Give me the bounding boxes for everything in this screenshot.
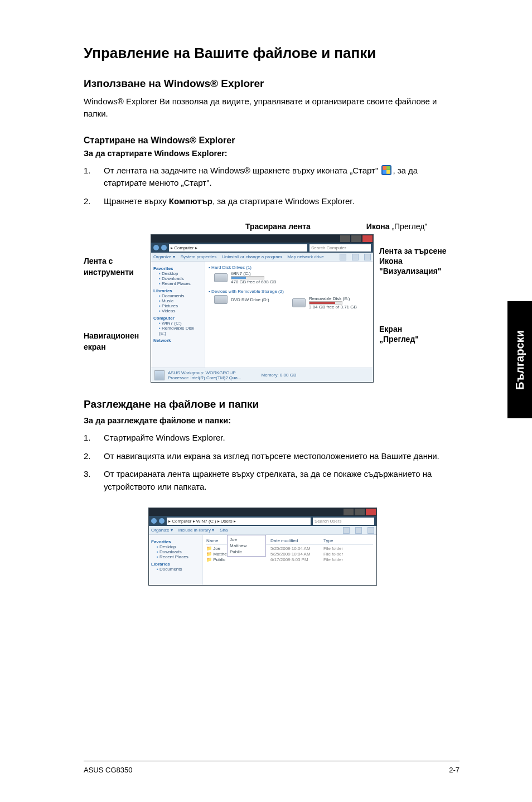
list-number: 3. xyxy=(84,468,104,493)
label-toolbar-a: Лента с xyxy=(84,257,151,265)
toolbar-organize[interactable]: Organize ▾ xyxy=(153,254,175,259)
footer-product: ASUS CG8350 xyxy=(84,766,132,774)
toolbar-mapdrive[interactable]: Map network drive xyxy=(287,254,323,259)
window-titlebar xyxy=(151,235,373,243)
close-button[interactable] xyxy=(366,509,376,515)
label-preview-icon: Икона „Преглед" xyxy=(366,222,427,231)
close-button[interactable] xyxy=(362,235,373,242)
usb-icon xyxy=(292,298,306,307)
label-view-icon-a: Икона xyxy=(379,257,452,265)
toolbar-organize[interactable]: Organize ▾ xyxy=(151,528,173,533)
nav-desktop[interactable]: Desktop xyxy=(157,544,200,549)
toolbar-include[interactable]: Include in library ▾ xyxy=(178,528,214,533)
explorer-toolbar: Organize ▾ System properties Uninstall o… xyxy=(151,253,373,262)
list-number: 1. xyxy=(84,432,104,445)
subsection-launch-explorer: Стартиране на Windows® Explorer xyxy=(84,136,460,146)
nav-back-button[interactable] xyxy=(153,245,159,250)
capacity-bar xyxy=(309,301,342,305)
nav-documents[interactable]: Documents xyxy=(157,567,200,572)
help-icon[interactable] xyxy=(367,527,374,534)
toolbar-uninstall[interactable]: Uninstall or change a program xyxy=(222,254,282,259)
minimize-button[interactable] xyxy=(344,509,354,515)
browse-steps-list: 1.Стартирайте Windows Explorer. 2.От нав… xyxy=(84,432,460,493)
page-title: Управление на Вашите файлове и папки xyxy=(84,45,460,62)
drive-icon xyxy=(214,273,228,282)
window-titlebar xyxy=(149,508,376,516)
navigation-pane: Favorites Desktop Downloads Recent Place… xyxy=(151,262,205,368)
explorer-content-pane: • Hard Disk Drives (1) WIN7 (C:) 470 GB … xyxy=(205,262,373,368)
nav-libraries[interactable]: Libraries xyxy=(151,562,200,567)
label-view-icon-b: "Визуализация" xyxy=(379,267,452,276)
toolbar-sysprops[interactable]: System properties xyxy=(181,254,216,259)
preview-pane-icon[interactable] xyxy=(355,527,362,534)
address-bar[interactable]: ▸ Computer ▸ WIN7 (C:) ▸ Users ▸ xyxy=(167,518,311,525)
explorer-mock-small: ▸ Computer ▸ WIN7 (C:) ▸ Users ▸ Search … xyxy=(148,508,377,586)
list-number: 1. xyxy=(84,165,104,190)
launch-explorer-lead: За да стартирате Windows Explorer: xyxy=(84,149,460,158)
footer-page-number: 2-7 xyxy=(449,766,460,774)
search-input[interactable]: Search Users xyxy=(313,518,374,525)
minimize-button[interactable] xyxy=(340,235,350,242)
nav-pictures[interactable]: Pictures xyxy=(159,303,202,308)
section-hdd: • Hard Disk Drives (1) xyxy=(209,265,370,270)
list-number: 2. xyxy=(84,450,104,463)
nav-downloads[interactable]: Downloads xyxy=(157,549,200,554)
label-search-bar: Лента за търсене xyxy=(379,247,452,255)
language-thumb-tab: Български xyxy=(507,301,532,418)
status-bar: ASUS Workgroup: WORKGROUP Processor: Int… xyxy=(151,368,373,382)
nav-favorites[interactable]: Favorites xyxy=(151,539,200,544)
explorer-toolbar: Organize ▾ Include in library ▾ Sha xyxy=(149,526,376,535)
search-input[interactable]: Search Computer xyxy=(309,244,371,252)
list-number: 2. xyxy=(84,195,104,208)
table-row[interactable]: Public6/17/2009 8:03 PMFile folder xyxy=(206,557,373,562)
nav-desktop[interactable]: Desktop xyxy=(159,271,202,276)
nav-recent[interactable]: Recent Places xyxy=(159,281,202,286)
label-preview-pane-b: „Преглед" xyxy=(379,335,452,344)
nav-forward-button[interactable] xyxy=(161,245,167,250)
nav-forward-button[interactable] xyxy=(159,518,165,524)
list-item-text: От трасираната лента щракнете върху стре… xyxy=(104,468,460,493)
nav-favorites[interactable]: Favorites xyxy=(153,266,202,271)
nav-documents[interactable]: Documents xyxy=(159,293,202,298)
col-type[interactable]: Type xyxy=(323,538,333,543)
maximize-button[interactable] xyxy=(355,509,365,515)
drive-removable[interactable]: Removable Disk (E:) 3.04 GB free of 3.71… xyxy=(292,296,370,310)
list-item-text: Щракнете върху Компютър, за да стартират… xyxy=(104,195,355,208)
nav-recent[interactable]: Recent Places xyxy=(157,554,200,559)
intro-paragraph: Windows® Explorer Ви позволяа да видите,… xyxy=(84,95,460,120)
nav-downloads[interactable]: Downloads xyxy=(159,276,202,281)
browse-files-lead: За да разглеждате файлове и папки: xyxy=(84,416,460,425)
view-icon[interactable] xyxy=(343,527,350,534)
section-devices: • Devices with Removable Storage (2) xyxy=(209,289,370,294)
label-preview-pane-a: Екран xyxy=(379,325,452,334)
dropdown-item[interactable]: Public xyxy=(229,549,264,555)
preview-pane-icon[interactable] xyxy=(352,254,359,260)
computer-icon xyxy=(154,370,165,380)
dropdown-item[interactable]: Joe xyxy=(229,537,264,543)
launch-steps-list: 1. От лентата на задачите на Windows® щр… xyxy=(84,165,460,208)
help-icon[interactable] xyxy=(364,254,371,260)
label-navpane-b: екран xyxy=(84,342,151,351)
address-bar[interactable]: ▸ Computer ▸ xyxy=(169,244,307,252)
breadcrumb-dropdown[interactable]: Joe Matthew Public xyxy=(227,535,266,557)
drive-c[interactable]: WIN7 (C:) 470 GB free of 698 GB xyxy=(214,271,370,284)
nav-drive-c[interactable]: WIN7 (C:) xyxy=(159,321,202,326)
col-date[interactable]: Date modified xyxy=(270,538,323,543)
toolbar-share[interactable]: Sha xyxy=(220,528,228,533)
nav-libraries[interactable]: Libraries xyxy=(153,288,202,293)
nav-computer[interactable]: Computer xyxy=(153,316,202,321)
maximize-button[interactable] xyxy=(351,235,361,242)
label-breadcrumb-bar: Трасирана лента xyxy=(245,222,311,231)
explorer-mock-window: ▸ Computer ▸ Search Computer Organize ▾ … xyxy=(151,234,374,383)
label-navpane-a: Навигационен xyxy=(84,331,151,340)
nav-music[interactable]: Music xyxy=(159,298,202,303)
nav-network[interactable]: Network xyxy=(153,338,202,343)
view-icon[interactable] xyxy=(340,254,346,260)
nav-back-button[interactable] xyxy=(151,518,157,524)
start-icon xyxy=(381,165,391,175)
capacity-bar xyxy=(231,276,264,279)
dropdown-item[interactable]: Matthew xyxy=(229,543,264,549)
explorer-diagram: Трасирана лента Икона „Преглед" Лента с … xyxy=(84,222,457,383)
nav-videos[interactable]: Videos xyxy=(159,308,202,313)
nav-removable[interactable]: Removable Disk (E:) xyxy=(159,326,202,336)
